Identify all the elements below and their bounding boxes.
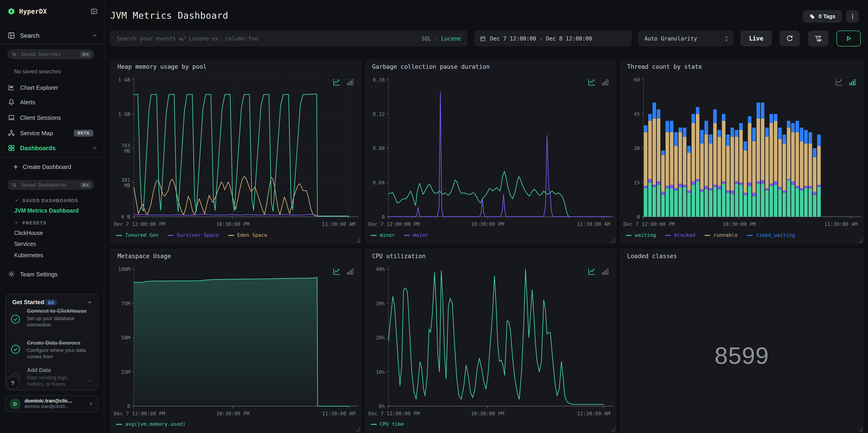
filter-button[interactable] <box>808 31 828 47</box>
refresh-button[interactable] <box>780 31 800 47</box>
get-started-item[interactable]: Create Data Sources Configure where your… <box>27 340 92 360</box>
legend-item[interactable]: timed_waiting <box>747 232 795 238</box>
sidebar-item-dashboards[interactable]: Dashboards <box>0 142 104 154</box>
service-map-icon <box>8 129 15 136</box>
sidebar-item-alerts[interactable]: Alerts <box>0 96 104 108</box>
chart-metaspace[interactable]: 100M75M50M25M0Dec 7 12:00:00 PM10:30:00 … <box>110 249 362 433</box>
tags-button[interactable]: 0 Tags <box>803 10 842 23</box>
legend-item[interactable]: Tenured Gen <box>116 232 158 238</box>
svg-text:0: 0 <box>637 214 640 220</box>
legend-item[interactable]: major <box>404 232 428 238</box>
line-chart-mode-icon[interactable] <box>588 268 596 275</box>
saved-searches-input[interactable]: ⌘K <box>7 49 94 59</box>
resize-handle[interactable] <box>611 428 615 431</box>
resize-handle[interactable] <box>356 428 360 431</box>
date-range-picker[interactable]: Dec 7 12:00:00 - Dec 8 12:00:00 <box>474 31 632 47</box>
chevron-up-icon[interactable] <box>87 300 92 305</box>
bar-chart-mode-icon[interactable] <box>347 268 354 275</box>
sidebar-item-team-settings[interactable]: Team Settings <box>0 268 104 280</box>
sidebar-item-label: Alerts <box>20 99 35 105</box>
legend-swatch <box>704 235 710 236</box>
user-menu[interactable]: D dominic.tran@clic... dominic.tran@clic… <box>5 395 98 412</box>
legend-swatch <box>371 424 377 425</box>
legend-item[interactable]: Eden Space <box>228 232 267 238</box>
get-started-item[interactable]: Add Data Start sending logs, metrics, or… <box>27 367 87 387</box>
presets-header[interactable]: PRESETS <box>0 219 118 227</box>
chart-gc-pause[interactable]: 0.160.120.080.040Dec 7 12:00:00 PM10:30:… <box>365 59 617 244</box>
sidebar-item-clickhouse[interactable]: ClickHouse <box>0 229 118 237</box>
saved-searches-field[interactable] <box>20 51 80 57</box>
bar-chart-mode-icon[interactable] <box>849 78 857 86</box>
svg-text:Dec 7 12:00:00 PM: Dec 7 12:00:00 PM <box>114 411 165 416</box>
brand-name: HyperDX <box>19 8 47 15</box>
chart-thread-count[interactable]: 604530150Dec 7 12:00:00 PM10:30:00 PM11:… <box>620 59 864 244</box>
legend-item[interactable]: avg(jvm.memory.used) <box>116 421 186 427</box>
chart-cpu-utilization[interactable]: 40%30%20%10%0%Dec 7 12:00:00 PM10:30:00 … <box>365 249 617 433</box>
legend-item[interactable]: Survivor Space <box>167 232 219 238</box>
svg-text:Dec 7 12:00:00 PM: Dec 7 12:00:00 PM <box>623 221 675 227</box>
legend-item[interactable]: blocked <box>665 232 695 238</box>
sidebar-item-client-sessions[interactable]: Client Sessions <box>0 112 104 123</box>
lucene-toggle[interactable]: Lucene <box>441 35 461 42</box>
line-chart-mode-icon[interactable] <box>835 78 843 86</box>
svg-text:60: 60 <box>634 77 640 83</box>
chart-canvas: 40%30%20%10%0%Dec 7 12:00:00 PM10:30:00 … <box>365 249 617 433</box>
bar-chart-mode-icon[interactable] <box>347 78 354 86</box>
live-button[interactable]: Live <box>741 31 772 47</box>
legend-item[interactable]: waiting <box>626 232 656 238</box>
dashboard-menu-button[interactable] <box>846 10 859 23</box>
svg-text:0.12: 0.12 <box>373 111 385 117</box>
sidebar-item-search[interactable]: Search <box>0 29 104 42</box>
svg-text:11:30:00 AM: 11:30:00 AM <box>577 411 610 416</box>
sidebar-item-chart-explorer[interactable]: Chart Explorer <box>0 82 104 93</box>
chevron-up-icon <box>92 33 97 38</box>
svg-text:10:30:00 PM: 10:30:00 PM <box>471 221 504 227</box>
search-icon <box>12 182 17 187</box>
sidebar-item-kubernetes[interactable]: Kubernetes <box>0 251 118 259</box>
legend-item[interactable]: CPU time <box>371 421 404 427</box>
line-chart-mode-icon[interactable] <box>588 78 596 86</box>
resize-handle[interactable] <box>859 428 862 431</box>
sidebar-item-service-map[interactable]: Service Map BETA <box>0 127 104 139</box>
panel-gc-pause: Garbage collection pause duration 0.160.… <box>365 59 617 244</box>
line-chart-mode-icon[interactable] <box>333 268 341 275</box>
chart-explorer-icon <box>8 84 15 91</box>
saved-dashboards-input[interactable]: ⌘K <box>7 180 94 190</box>
resize-handle[interactable] <box>859 239 862 242</box>
resize-handle[interactable] <box>356 239 360 242</box>
chart-legend: waitingblockedrunnabletimed_waiting <box>626 232 795 238</box>
bar-chart-mode-icon[interactable] <box>601 268 609 275</box>
legend-item[interactable]: runnable <box>704 232 738 238</box>
saved-dashboards-field[interactable] <box>20 182 80 188</box>
help-button[interactable]: ? <box>6 376 20 390</box>
run-query-button[interactable] <box>837 31 861 47</box>
line-chart-mode-icon[interactable] <box>333 78 341 86</box>
collapse-sidebar-icon[interactable] <box>91 8 97 15</box>
chart-heap-memory[interactable]: 1 GB1 GB763MB381MB0 BDec 7 12:00:00 PM10… <box>110 59 362 244</box>
chart-legend: CPU time <box>371 421 404 427</box>
search-section-icon <box>8 32 15 39</box>
sidebar-item-services[interactable]: Services <box>0 240 118 248</box>
svg-text:30%: 30% <box>376 301 385 306</box>
bell-icon <box>8 98 15 105</box>
resize-handle[interactable] <box>611 239 615 242</box>
chart-canvas: 100M75M50M25M0Dec 7 12:00:00 PM10:30:00 … <box>110 249 362 433</box>
saved-dashboards-header[interactable]: SAVED DASHBOARDS <box>0 196 118 205</box>
bar-chart-mode-icon[interactable] <box>601 78 609 86</box>
granularity-select[interactable]: Auto Granularity <box>638 31 734 47</box>
legend-item[interactable]: minor <box>371 232 395 238</box>
event-search-field[interactable] <box>110 35 422 42</box>
legend-label: minor <box>380 232 395 238</box>
svg-text:11:30:00 AM: 11:30:00 AM <box>322 411 355 416</box>
sql-toggle[interactable]: SQL <box>422 35 431 42</box>
event-search-input[interactable]: SQL | Lucene <box>110 31 467 47</box>
beta-badge: BETA <box>74 129 93 136</box>
page-title: JVM Metrics Dashboard <box>110 10 228 21</box>
sidebar-item-jvm-metrics-dashboard[interactable]: JVM Metrics Dashboard <box>0 207 118 215</box>
get-started-item[interactable]: Connect to ClickHouse Set up your databa… <box>27 308 92 328</box>
legend-label: timed_waiting <box>756 232 795 238</box>
panel-metaspace: Metaspace Usage 100M75M50M25M0Dec 7 12:0… <box>110 249 362 433</box>
svg-text:0.16: 0.16 <box>373 77 385 83</box>
legend-swatch <box>747 235 752 236</box>
create-dashboard-button[interactable]: Create Dashboard <box>0 161 104 173</box>
